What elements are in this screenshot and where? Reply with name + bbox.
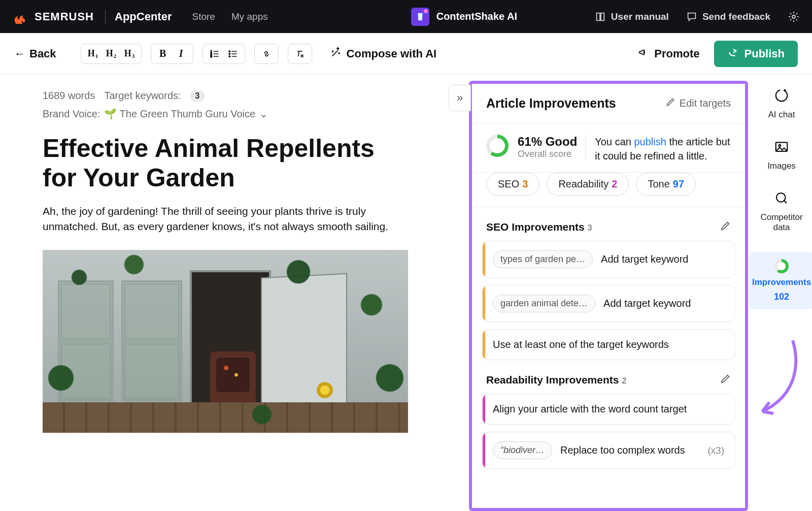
- seo-edit-button[interactable]: [720, 220, 731, 234]
- svg-point-9: [779, 145, 781, 147]
- h1-button[interactable]: H1: [84, 46, 101, 62]
- unordered-list-button[interactable]: [224, 46, 242, 62]
- panel-collapse-toggle[interactable]: »: [449, 85, 471, 111]
- megaphone-icon: [638, 47, 649, 61]
- read-card[interactable]: Align your article with the word count t…: [482, 394, 735, 425]
- topbar-right: User manual Send feedback: [595, 11, 800, 23]
- link-button[interactable]: [258, 46, 275, 62]
- toolbar-right: Promote Publish: [638, 41, 798, 67]
- sidebar-item-aichat[interactable]: AI chat: [768, 88, 795, 120]
- read-edit-button[interactable]: [720, 373, 731, 387]
- svg-point-5: [229, 53, 230, 54]
- user-manual-label: User manual: [611, 11, 669, 22]
- clear-format-button[interactable]: [291, 46, 309, 62]
- magnifier-icon: [774, 190, 789, 208]
- sidebar-label: Images: [767, 161, 796, 171]
- voice-name: 🌱 The Green Thumb Guru Voice: [104, 108, 255, 120]
- app-name: ContentShake AI: [436, 11, 517, 22]
- seo-card[interactable]: Use at least one of the target keywords: [482, 329, 735, 360]
- chat-icon: [686, 11, 697, 22]
- ordered-list-button[interactable]: 123: [206, 46, 223, 62]
- publish-button[interactable]: Publish: [714, 41, 798, 67]
- card-text: Use at least one of the target keywords: [493, 339, 669, 350]
- link-user-manual[interactable]: User manual: [595, 11, 669, 22]
- svg-point-0: [792, 15, 795, 18]
- style-group: B I: [151, 44, 193, 64]
- image-icon: [774, 139, 789, 157]
- pill-read-label: Readability: [558, 178, 608, 190]
- clear-group: [288, 44, 312, 64]
- voice-label: Brand Voice:: [43, 108, 100, 120]
- chevron-down-icon: ⌄: [259, 108, 268, 120]
- brand-voice-selector[interactable]: Brand Voice: 🌱 The Green Thumb Guru Voic…: [43, 108, 469, 120]
- score-msg-pre: You can: [595, 136, 634, 147]
- back-label: Back: [29, 47, 56, 60]
- back-button[interactable]: ← Back: [14, 47, 56, 60]
- heading-group: H1 H2 H3: [81, 44, 142, 64]
- target-kw-count[interactable]: 3: [190, 90, 205, 102]
- card-text: Align your article with the word count t…: [493, 403, 687, 415]
- word-chip: “biodiver…: [493, 441, 552, 459]
- bold-button[interactable]: B: [154, 46, 172, 62]
- publish-link[interactable]: publish: [634, 136, 666, 147]
- pill-read-count: 2: [612, 178, 617, 190]
- edit-targets-button[interactable]: Edit targets: [665, 97, 731, 110]
- progress-ring-icon: [774, 259, 789, 273]
- sidebar-label: Improvements: [752, 277, 811, 288]
- svg-point-7: [776, 90, 788, 102]
- sidebar-item-images[interactable]: Images: [767, 139, 796, 171]
- compose-label: Compose with AI: [347, 47, 437, 60]
- seo-card[interactable]: types of garden pe… Add target keyword: [482, 241, 735, 278]
- article-intro[interactable]: Ah, the joy of gardening! The thrill of …: [43, 204, 408, 235]
- pill-seo[interactable]: SEO3: [486, 173, 539, 196]
- nav-store[interactable]: Store: [192, 11, 215, 22]
- pill-tone[interactable]: Tone97: [636, 173, 696, 196]
- chat-sparkle-icon: [774, 88, 789, 106]
- publish-label: Publish: [745, 47, 785, 60]
- right-sidebar: AI chat Images Competitor data Improveme…: [751, 75, 812, 511]
- pill-seo-label: SEO: [498, 178, 519, 190]
- topbar: SEMRUSH AppCenter Store My apps ContentS…: [0, 0, 812, 33]
- sidebar-label: Competitor data: [755, 212, 808, 233]
- keyword-chip: types of garden pe…: [493, 250, 593, 268]
- score-ring-icon: [486, 135, 509, 157]
- hero-image[interactable]: [43, 250, 408, 433]
- read-card[interactable]: “biodiver… Replace too complex words (x3…: [482, 432, 735, 469]
- sidebar-item-improvements[interactable]: Improvements 102: [749, 252, 812, 309]
- pill-seo-count: 3: [522, 178, 528, 190]
- h2-button[interactable]: H2: [103, 46, 120, 62]
- share-arrow-icon: [727, 47, 738, 61]
- promote-button[interactable]: Promote: [638, 47, 699, 61]
- seo-card[interactable]: garden animal dete… Add target keyword: [482, 285, 735, 322]
- brand-sub[interactable]: AppCenter: [115, 10, 172, 23]
- article-title[interactable]: Effective Animal Repellents for Your Gar…: [43, 134, 398, 193]
- wand-icon: [330, 47, 342, 61]
- settings-icon[interactable]: [788, 11, 800, 23]
- chevrons-right-icon: »: [457, 91, 463, 105]
- seo-section-title: SEO Improvements: [486, 221, 585, 233]
- nav-myapps[interactable]: My apps: [231, 11, 268, 22]
- link-send-feedback[interactable]: Send feedback: [686, 11, 770, 22]
- h3-button[interactable]: H3: [121, 46, 138, 62]
- score-row: 61% Good Overall score You can publish t…: [472, 123, 745, 173]
- panel-title: Article Improvements: [486, 96, 616, 111]
- read-cards: Align your article with the word count t…: [472, 394, 745, 479]
- insert-group: [254, 44, 279, 64]
- score-sub: Overall score: [518, 149, 577, 159]
- italic-button[interactable]: I: [173, 46, 190, 62]
- svg-text:3: 3: [210, 54, 212, 57]
- pill-tone-count: 97: [673, 178, 684, 190]
- score-value: 61% Good: [518, 135, 577, 149]
- pill-readability[interactable]: Readability2: [547, 173, 629, 196]
- card-text: Add target keyword: [603, 298, 691, 309]
- panel-header: Article Improvements Edit targets: [472, 84, 745, 123]
- compose-ai-button[interactable]: Compose with AI: [330, 47, 437, 61]
- feedback-label: Send feedback: [702, 11, 770, 22]
- target-kw-label: Target keywords:: [104, 90, 181, 102]
- meta-row: 1689 words Target keywords: 3: [43, 90, 469, 102]
- card-text: Add target keyword: [601, 253, 688, 265]
- sidebar-item-competitor[interactable]: Competitor data: [755, 190, 808, 233]
- score-text: 61% Good Overall score: [518, 135, 586, 159]
- improvements-count: 102: [774, 292, 789, 302]
- main-area: 1689 words Target keywords: 3 Brand Voic…: [0, 75, 812, 511]
